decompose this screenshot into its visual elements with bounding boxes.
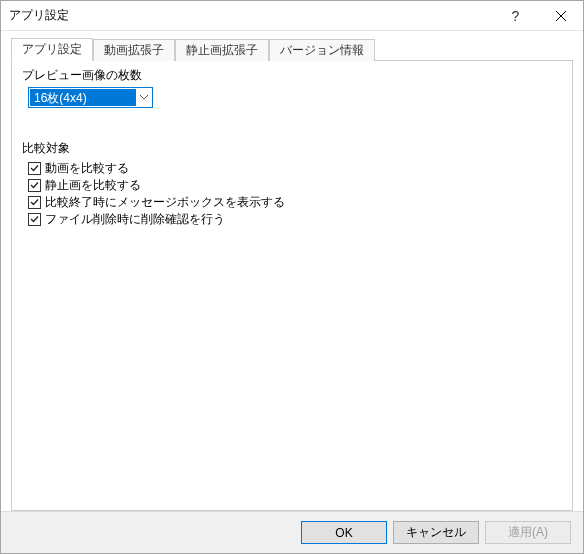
tab-version[interactable]: バージョン情報 — [269, 39, 375, 61]
checkbox-confirm-delete[interactable]: ファイル削除時に削除確認を行う — [28, 211, 562, 228]
checkbox-label: ファイル削除時に削除確認を行う — [45, 211, 225, 228]
checkbox-icon — [28, 196, 41, 209]
close-icon — [556, 7, 566, 25]
tab-label: アプリ設定 — [22, 42, 82, 56]
compare-section: 比較対象 動画を比較する 静止画を比較する — [22, 140, 562, 228]
checkbox-label: 動画を比較する — [45, 160, 129, 177]
compare-label: 比較対象 — [22, 140, 562, 157]
checkbox-compare-image[interactable]: 静止画を比較する — [28, 177, 562, 194]
window-title: アプリ設定 — [9, 7, 493, 24]
checkbox-compare-video[interactable]: 動画を比較する — [28, 160, 562, 177]
tab-app-settings[interactable]: アプリ設定 — [11, 38, 93, 61]
button-label: キャンセル — [406, 524, 466, 541]
ok-button[interactable]: OK — [301, 521, 387, 544]
checkbox-icon — [28, 162, 41, 175]
preview-count-label: プレビュー画像の枚数 — [22, 67, 562, 84]
apply-button: 適用(A) — [485, 521, 571, 544]
help-button[interactable]: ? — [493, 1, 538, 30]
tab-panel-app-settings: プレビュー画像の枚数 16枚(4x4) 比較対象 動画を比較する — [11, 60, 573, 511]
compare-checklist: 動画を比較する 静止画を比較する 比較終了時にメッセージボックスを表示する — [28, 160, 562, 228]
client-area: アプリ設定 動画拡張子 静止画拡張子 バージョン情報 プレビュー画像の枚数 16… — [1, 31, 583, 511]
dialog-footer: OK キャンセル 適用(A) — [1, 511, 583, 553]
titlebar: アプリ設定 ? — [1, 1, 583, 31]
checkbox-icon — [28, 213, 41, 226]
tab-video-ext[interactable]: 動画拡張子 — [93, 39, 175, 61]
tab-image-ext[interactable]: 静止画拡張子 — [175, 39, 269, 61]
chevron-down-icon — [136, 88, 152, 107]
checkbox-icon — [28, 179, 41, 192]
checkbox-show-msgbox[interactable]: 比較終了時にメッセージボックスを表示する — [28, 194, 562, 211]
close-button[interactable] — [538, 1, 583, 30]
checkbox-label: 静止画を比較する — [45, 177, 141, 194]
help-icon: ? — [512, 8, 520, 24]
cancel-button[interactable]: キャンセル — [393, 521, 479, 544]
tab-strip: アプリ設定 動画拡張子 静止画拡張子 バージョン情報 — [11, 39, 573, 60]
tab-label: 静止画拡張子 — [186, 43, 258, 57]
tab-label: 動画拡張子 — [104, 43, 164, 57]
button-label: 適用(A) — [508, 524, 548, 541]
preview-count-value: 16枚(4x4) — [30, 89, 136, 106]
dialog-window: アプリ設定 ? アプリ設定 動画拡張子 静止画拡張子 バージョン情報 プレビュー… — [0, 0, 584, 554]
preview-count-combobox[interactable]: 16枚(4x4) — [28, 87, 153, 108]
checkbox-label: 比較終了時にメッセージボックスを表示する — [45, 194, 285, 211]
button-label: OK — [335, 526, 352, 540]
tab-label: バージョン情報 — [280, 43, 364, 57]
